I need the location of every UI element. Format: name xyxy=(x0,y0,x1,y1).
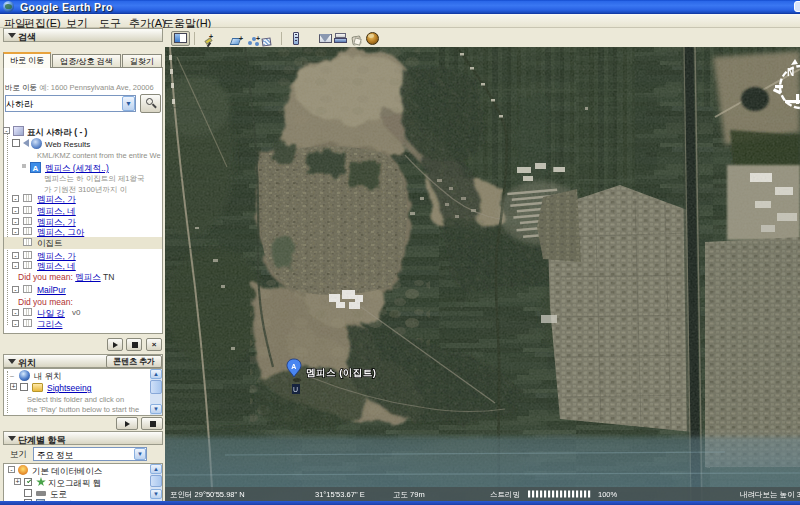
svg-text:A: A xyxy=(291,363,296,370)
svg-text:U: U xyxy=(293,386,298,393)
svg-text:고도 79m: 고도 79m xyxy=(393,490,425,499)
svg-text:멤피스 (이집트): 멤피스 (이집트) xyxy=(306,367,376,378)
svg-text:31°15'53.67" E: 31°15'53.67" E xyxy=(315,490,365,499)
svg-text:포인터 29°50'55.98" N: 포인터 29°50'55.98" N xyxy=(170,490,245,499)
svg-text:내려다보는 높이 3.2: 내려다보는 높이 3.2 xyxy=(740,490,800,499)
svg-text:N: N xyxy=(787,67,794,78)
svg-text:100%: 100% xyxy=(598,490,618,499)
svg-text:스트리밍: 스트리밍 xyxy=(490,490,520,499)
